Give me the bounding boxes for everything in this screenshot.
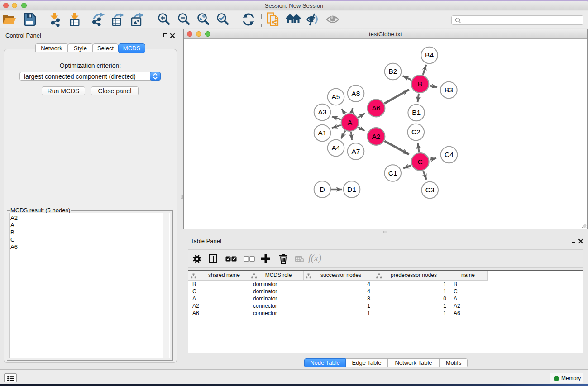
svg-text:A7: A7	[352, 148, 360, 155]
svg-text:B1: B1	[412, 109, 421, 116]
svg-text:C3: C3	[425, 186, 435, 194]
svg-text:B4: B4	[425, 51, 434, 59]
svg-text:C2: C2	[411, 128, 421, 136]
svg-text:B2: B2	[389, 67, 397, 75]
svg-text:C4: C4	[445, 151, 454, 158]
svg-text:D: D	[320, 186, 325, 193]
svg-text:A6: A6	[372, 104, 381, 112]
svg-text:A3: A3	[318, 108, 327, 116]
svg-text:C: C	[418, 158, 423, 166]
svg-text:A1: A1	[318, 129, 327, 137]
svg-text:B: B	[418, 80, 422, 88]
svg-text:C1: C1	[388, 169, 397, 177]
svg-text:D1: D1	[347, 186, 356, 193]
svg-text:A: A	[348, 119, 353, 126]
svg-text:A4: A4	[332, 144, 340, 152]
svg-text:B3: B3	[445, 86, 453, 94]
svg-text:A5: A5	[332, 93, 340, 100]
svg-text:A2: A2	[372, 133, 381, 140]
svg-text:A8: A8	[352, 90, 360, 97]
